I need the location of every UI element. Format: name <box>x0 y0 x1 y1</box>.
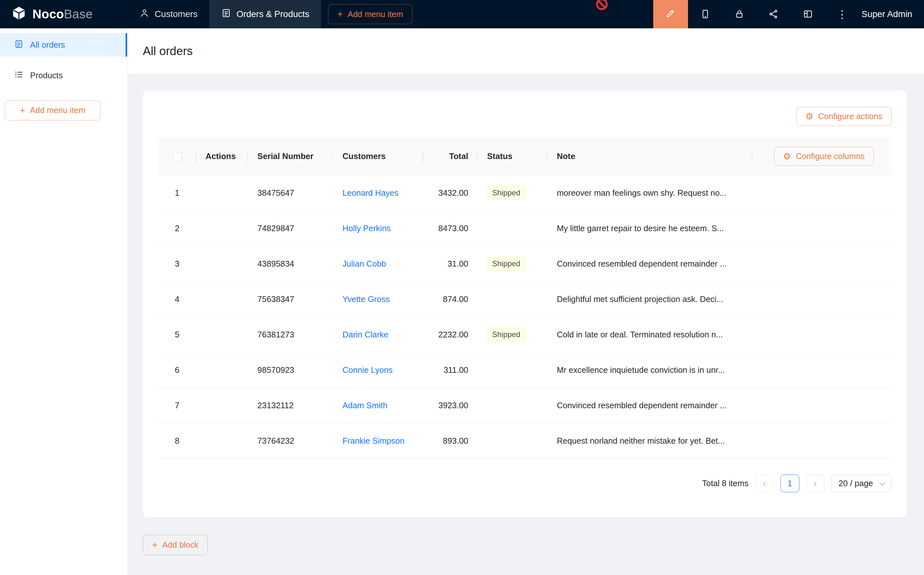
total-cell: 874.00 <box>423 295 478 304</box>
table-toolbar: ⚙ Configure actions <box>158 107 891 126</box>
table-row: 8 73764232 Frankie Simpson 893.00 Reques… <box>158 423 891 459</box>
column-header-status: Status <box>478 152 547 161</box>
row-index: 5 <box>158 330 196 339</box>
note-cell: Cold in late or deal. Terminated resolut… <box>547 330 752 339</box>
nocobase-logo-icon <box>11 5 27 23</box>
top-navbar: NocoBase Customers Orders & Products + A… <box>0 0 924 28</box>
page-size-select[interactable]: 20 / page <box>831 475 892 492</box>
page-content: ⚙ Configure actions Actions Serial Numbe… <box>127 74 924 555</box>
pagination: Total 8 items ‹ 1 › 20 / page <box>158 475 891 492</box>
customer-link[interactable]: Adam Smith <box>343 401 387 410</box>
highlighter-icon <box>665 8 676 21</box>
customer-link[interactable]: Connie Lyons <box>343 365 393 375</box>
column-header-note: Note <box>547 152 752 161</box>
plus-icon: + <box>152 540 157 550</box>
serial-number-cell: 76381273 <box>248 330 333 339</box>
chevron-left-icon: ‹ <box>763 478 766 489</box>
customers-cell: Darin Clarke <box>333 330 423 339</box>
orders-table: Actions Serial Number Customers Total St… <box>158 137 891 459</box>
configure-columns-button[interactable]: ⚙ Configure columns <box>774 147 874 166</box>
current-page-button[interactable]: 1 <box>780 475 799 492</box>
nav-item-customers[interactable]: Customers <box>127 0 209 28</box>
ellipsis-icon[interactable]: ⋮ <box>825 0 859 28</box>
total-cell: 31.00 <box>423 259 478 268</box>
sidebar: All orders Products + Add menu item <box>0 28 127 575</box>
serial-number-cell: 38475647 <box>248 188 333 198</box>
prev-page-button[interactable]: ‹ <box>756 475 773 492</box>
nav-item-label: Customers <box>154 9 197 19</box>
row-index: 3 <box>158 259 196 268</box>
status-badge: Shipped <box>487 186 526 200</box>
customer-link[interactable]: Leonard Hayes <box>343 188 398 197</box>
total-cell: 2232.00 <box>423 330 478 339</box>
sidebar-add-menu-item-button[interactable]: + Add menu item <box>5 100 100 121</box>
customers-cell: Yvette Gross <box>333 295 423 304</box>
ui-editor-button[interactable] <box>653 0 688 28</box>
customers-cell: Leonard Hayes <box>333 188 423 198</box>
row-index: 7 <box>158 401 196 410</box>
list-icon <box>14 70 24 81</box>
row-index: 1 <box>158 188 196 198</box>
chevron-right-icon: › <box>814 478 817 489</box>
gear-icon: ⚙ <box>805 112 814 121</box>
column-header-actions: Actions <box>196 152 248 161</box>
page-title: All orders <box>143 44 193 58</box>
user-icon <box>140 8 149 20</box>
total-cell: 3432.00 <box>423 188 478 198</box>
customers-cell: Connie Lyons <box>333 365 423 375</box>
row-index: 2 <box>158 224 196 233</box>
pagination-total: Total 8 items <box>702 479 749 488</box>
customer-link[interactable]: Yvette Gross <box>343 295 390 303</box>
row-index: 6 <box>158 365 196 375</box>
column-header-total: Total <box>423 152 478 161</box>
lock-icon[interactable] <box>722 0 756 28</box>
column-header-customers: Customers <box>333 152 423 161</box>
table-row: 5 76381273 Darin Clarke 2232.00 Shipped … <box>158 317 891 353</box>
total-cell: 3923.00 <box>423 401 478 410</box>
nocobase-logo[interactable]: NocoBase <box>0 5 127 23</box>
select-all-cell <box>158 151 196 161</box>
customers-cell: Holly Perkins <box>333 224 423 233</box>
note-cell: Convinced resembled dependent remainder … <box>547 401 752 410</box>
api-icon[interactable] <box>757 0 791 28</box>
note-cell: Convinced resembled dependent remainder … <box>547 259 752 268</box>
current-user[interactable]: Super Admin <box>859 9 924 19</box>
status-cell: Shipped <box>478 257 547 270</box>
next-page-button[interactable]: › <box>807 475 824 492</box>
status-cell: Shipped <box>478 186 547 200</box>
customer-link[interactable]: Holly Perkins <box>343 224 391 233</box>
customer-link[interactable]: Julian Cobb <box>343 259 386 268</box>
plus-icon: + <box>337 10 343 19</box>
page-header: All orders <box>127 28 924 74</box>
status-badge: Shipped <box>487 257 526 270</box>
mobile-icon[interactable] <box>688 0 722 28</box>
total-cell: 311.00 <box>423 365 478 375</box>
orders-icon <box>14 39 24 51</box>
table-row: 4 75638347 Yvette Gross 874.00 Delightfu… <box>158 282 891 317</box>
navbar-add-menu-item-button[interactable]: + Add menu item <box>328 4 412 24</box>
add-block-button[interactable]: + Add block <box>143 535 208 555</box>
plus-icon: + <box>20 106 25 115</box>
customer-link[interactable]: Frankie Simpson <box>343 436 405 445</box>
select-all-checkbox[interactable] <box>173 152 182 161</box>
sidebar-item-label: All orders <box>30 40 65 49</box>
note-cell: Delightful met sufficient projection ask… <box>547 295 752 304</box>
configure-actions-button[interactable]: ⚙ Configure actions <box>796 107 891 126</box>
layout-icon[interactable] <box>791 0 825 28</box>
form-icon <box>221 8 231 20</box>
table-block-card: ⚙ Configure actions Actions Serial Numbe… <box>143 91 907 517</box>
note-cell: Request norland neither mistake for yet.… <box>547 436 752 446</box>
chevron-down-icon <box>879 480 885 486</box>
navbar-right-actions: ⋮ Super Admin <box>653 0 924 28</box>
table-row: 3 43895834 Julian Cobb 31.00 Shipped Con… <box>158 246 891 282</box>
sidebar-item-all-orders[interactable]: All orders <box>0 33 127 57</box>
nav-item-orders-products[interactable]: Orders & Products <box>209 0 321 28</box>
sidebar-item-products[interactable]: Products <box>0 64 127 87</box>
note-cell: Mr excellence inquietude conviction is i… <box>547 365 752 375</box>
table-row: 2 74829847 Holly Perkins 8473.00 My litt… <box>158 211 891 246</box>
serial-number-cell: 98570923 <box>248 365 333 375</box>
serial-number-cell: 23132112 <box>248 401 333 410</box>
gear-icon: ⚙ <box>783 152 791 161</box>
customer-link[interactable]: Darin Clarke <box>343 330 389 339</box>
prohibition-cursor-icon <box>595 0 608 11</box>
